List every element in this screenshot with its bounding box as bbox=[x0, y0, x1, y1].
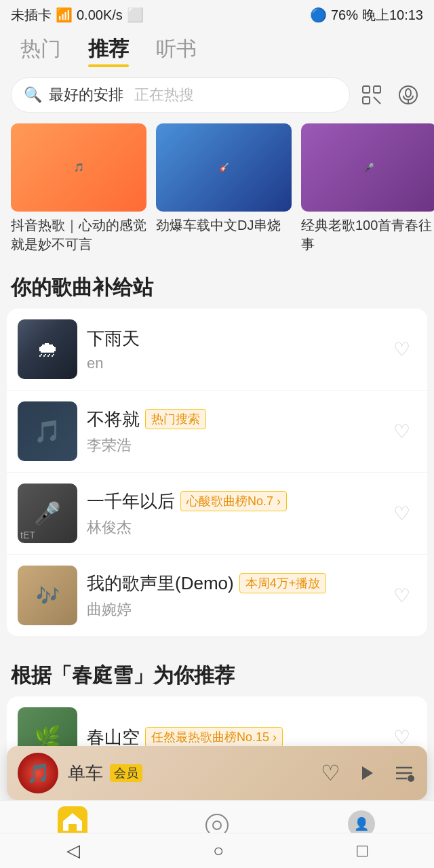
supply-section-title: 你的歌曲补给站 bbox=[0, 262, 434, 309]
song-name-3: 我的歌声里(Demo) bbox=[87, 572, 234, 595]
tab-bar: 热门 推荐 听书 bbox=[0, 30, 434, 71]
svg-point-13 bbox=[213, 821, 221, 829]
now-playing-bar[interactable]: 🎵 单车 会员 ♡ bbox=[7, 746, 427, 800]
song-name-row-3: 我的歌声里(Demo) 本周4万+播放 bbox=[87, 572, 377, 595]
song-thumb-3: 🎶 bbox=[18, 566, 77, 625]
banner-card-2-label: 经典老歌100首青春往事 bbox=[301, 216, 434, 254]
svg-rect-2 bbox=[363, 97, 370, 104]
banner-cards-row: 🎵 抖音热歌｜心动的感觉就是妙不可言 🎸 劲爆车载中文DJ串烧 🎤 经典老歌10… bbox=[0, 119, 434, 262]
status-right: 🔵 76% 晚上10:13 bbox=[310, 6, 423, 24]
song-info-0: 下雨天 en bbox=[87, 327, 377, 372]
song-item-2[interactable]: 🎤 tET 一千年以后 心酸歌曲榜No.7 › 林俊杰 ♡ bbox=[7, 473, 427, 555]
svg-rect-1 bbox=[374, 86, 380, 93]
sys-back-button[interactable]: ◁ bbox=[66, 840, 80, 861]
recommend-section-title: 根据「春庭雪」为你推荐 bbox=[0, 650, 434, 696]
song-name-row-1: 不将就 热门搜索 bbox=[87, 408, 377, 431]
banner-card-1[interactable]: 🎸 劲爆车载中文DJ串烧 bbox=[156, 123, 292, 254]
tab-audiobook[interactable]: 听书 bbox=[156, 35, 197, 66]
scan-button[interactable] bbox=[357, 80, 387, 110]
search-bar: 🔍 最好的安排 正在热搜 bbox=[0, 71, 434, 119]
song-info-1: 不将就 热门搜索 李荣浩 bbox=[87, 408, 377, 456]
now-playing-avatar: 🎵 bbox=[18, 753, 58, 793]
song-item-3[interactable]: 🎶 我的歌声里(Demo) 本周4万+播放 曲婉婷 ♡ bbox=[7, 555, 427, 636]
playlist-button[interactable] bbox=[392, 761, 416, 785]
member-badge: 会员 bbox=[110, 764, 142, 782]
heart-btn-3[interactable]: ♡ bbox=[387, 580, 416, 610]
tab-recommend[interactable]: 推荐 bbox=[88, 35, 129, 66]
banner-card-1-label: 劲爆车载中文DJ串烧 bbox=[156, 216, 292, 235]
song-artist-2: 林俊杰 bbox=[87, 517, 377, 538]
search-icon: 🔍 bbox=[24, 86, 42, 104]
song-name-row-0: 下雨天 bbox=[87, 327, 377, 351]
song-item-0[interactable]: 🌧 下雨天 en ♡ bbox=[7, 309, 427, 391]
svg-point-11 bbox=[408, 775, 414, 782]
sys-recent-button[interactable]: □ bbox=[357, 840, 368, 861]
svg-rect-0 bbox=[363, 86, 370, 93]
song-name-row-2: 一千年以后 心酸歌曲榜No.7 › bbox=[87, 490, 377, 513]
banner-card-0[interactable]: 🎵 抖音热歌｜心动的感觉就是妙不可言 bbox=[11, 123, 146, 254]
song-artist-0: en bbox=[87, 355, 377, 372]
tab-underline bbox=[88, 64, 129, 67]
song-thumb-0: 🌧 bbox=[18, 319, 77, 379]
song-name-1: 不将就 bbox=[87, 408, 140, 431]
song-thumb-1: 🎵 bbox=[18, 401, 77, 461]
heart-btn-1[interactable]: ♡ bbox=[387, 416, 416, 446]
banner-card-0-label: 抖音热歌｜心动的感觉就是妙不可言 bbox=[11, 216, 146, 254]
heart-btn-2[interactable]: ♡ bbox=[387, 498, 416, 528]
song-artist-1: 李荣浩 bbox=[87, 435, 377, 456]
song-item-1[interactable]: 🎵 不将就 热门搜索 李荣浩 ♡ bbox=[7, 391, 427, 473]
like-button[interactable]: ♡ bbox=[321, 760, 340, 786]
sys-home-button[interactable]: ○ bbox=[213, 840, 224, 861]
now-playing-actions: ♡ bbox=[321, 760, 416, 786]
time-text: 晚上10:13 bbox=[362, 6, 423, 24]
banner-card-2-img: 🎤 bbox=[301, 123, 434, 212]
song-info-2: 一千年以后 心酸歌曲榜No.7 › 林俊杰 bbox=[87, 490, 377, 538]
banner-card-2[interactable]: 🎤 经典老歌100首青春往事 bbox=[301, 123, 434, 254]
speed-text: 0.00K/s bbox=[77, 7, 123, 23]
voice-button[interactable] bbox=[393, 80, 423, 110]
now-playing-info: 单车 会员 bbox=[68, 762, 142, 785]
wifi-icon: 📶 bbox=[56, 7, 73, 23]
song-info-3: 我的歌声里(Demo) 本周4万+播放 曲婉婷 bbox=[87, 572, 377, 620]
song-name-2: 一千年以后 bbox=[87, 490, 175, 513]
search-text-hot: 正在热搜 bbox=[134, 85, 194, 105]
song-tag-2-0: 心酸歌曲榜No.7 › bbox=[180, 491, 287, 511]
now-playing-title: 单车 bbox=[68, 762, 103, 785]
svg-point-5 bbox=[406, 89, 411, 97]
banner-card-1-img: 🎸 bbox=[156, 123, 292, 212]
banner-card-0-img: 🎵 bbox=[11, 123, 146, 212]
song-tag-3-0: 本周4万+播放 bbox=[239, 573, 327, 593]
rec-song-tag-0-0: 任然最热歌曲榜No.15 › bbox=[145, 727, 283, 747]
song-list: 🌧 下雨天 en ♡ 🎵 不将就 热门搜索 李荣浩 ♡ bbox=[7, 309, 427, 636]
song-thumb-2: 🎤 tET bbox=[18, 484, 77, 543]
system-nav-bar: ◁ ○ □ bbox=[0, 833, 434, 868]
status-bar: 未插卡 📶 0.00K/s ⬜ 🔵 76% 晚上10:13 bbox=[0, 0, 434, 30]
song-artist-3: 曲婉婷 bbox=[87, 599, 377, 620]
svg-marker-7 bbox=[362, 766, 373, 780]
search-text-main: 最好的安排 bbox=[49, 85, 123, 105]
carrier-text: 未插卡 bbox=[11, 6, 52, 24]
play-pause-button[interactable] bbox=[354, 761, 378, 785]
heart-btn-0[interactable]: ♡ bbox=[387, 334, 416, 364]
battery-text: 76% bbox=[331, 7, 358, 23]
svg-line-3 bbox=[374, 97, 380, 104]
bluetooth-icon: 🔵 bbox=[310, 7, 327, 23]
song-name-0: 下雨天 bbox=[87, 327, 140, 351]
status-left: 未插卡 📶 0.00K/s ⬜ bbox=[11, 6, 144, 24]
screenshot-icon: ⬜ bbox=[127, 7, 144, 23]
search-input-wrap[interactable]: 🔍 最好的安排 正在热搜 bbox=[11, 77, 350, 113]
tab-hot[interactable]: 热门 bbox=[20, 35, 61, 66]
song-tag-1-0: 热门搜索 bbox=[145, 409, 206, 429]
